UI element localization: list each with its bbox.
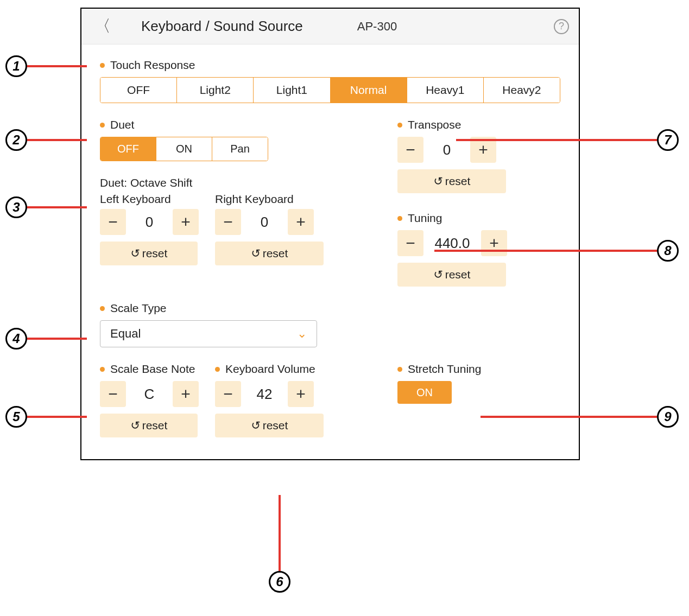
right-keyboard-value: 0 xyxy=(245,214,283,231)
callout-9: 9 xyxy=(481,406,679,428)
callout-5: 5 xyxy=(5,406,87,428)
plus-button[interactable]: + xyxy=(173,209,199,235)
duet-option-pan[interactable]: Pan xyxy=(212,137,268,161)
plus-button[interactable]: + xyxy=(288,209,314,235)
page-title: Keyboard / Sound Source xyxy=(141,18,303,35)
right-keyboard-label: Right Keyboard xyxy=(215,193,324,206)
reset-label: reset xyxy=(142,419,168,432)
touch-response-option-light1[interactable]: Light1 xyxy=(254,78,330,103)
reset-icon: ↻ xyxy=(433,268,443,281)
label-text: Duet xyxy=(110,118,134,131)
minus-button[interactable]: − xyxy=(397,230,423,256)
touch-response-option-off[interactable]: OFF xyxy=(100,78,177,103)
minus-button[interactable]: − xyxy=(397,137,423,163)
reset-icon: ↻ xyxy=(433,175,443,188)
callout-number: 6 xyxy=(269,571,290,593)
reset-button[interactable]: ↻ reset xyxy=(100,414,198,437)
stretch-tuning-section: Stretch Tuning ON xyxy=(397,363,560,404)
right-keyboard-block: Right Keyboard − 0 + ↻ reset xyxy=(215,193,324,265)
callout-8: 8 xyxy=(434,240,679,262)
duet-label: Duet xyxy=(100,118,365,131)
callout-number: 3 xyxy=(5,196,27,218)
minus-button[interactable]: − xyxy=(100,209,126,235)
dropdown-value: Equal xyxy=(110,327,141,341)
scale-type-dropdown[interactable]: Equal ⌄ xyxy=(100,320,317,347)
toggle-value: ON xyxy=(416,386,433,399)
scale-type-section: Scale Type Equal ⌄ xyxy=(100,302,560,347)
stretch-tuning-label: Stretch Tuning xyxy=(397,363,560,376)
bullet-icon xyxy=(100,123,105,128)
duet-option-on[interactable]: ON xyxy=(156,137,212,161)
plus-button[interactable]: + xyxy=(173,381,199,407)
reset-label: reset xyxy=(263,247,288,260)
left-keyboard-value: 0 xyxy=(130,214,168,231)
callout-number: 7 xyxy=(657,129,679,151)
callout-1: 1 xyxy=(5,55,87,77)
scale-base-note-label: Scale Base Note xyxy=(100,363,199,376)
tuning-label: Tuning xyxy=(397,212,560,225)
bullet-icon xyxy=(397,216,402,221)
touch-response-option-light2[interactable]: Light2 xyxy=(177,78,254,103)
reset-label: reset xyxy=(142,247,168,260)
touch-response-option-heavy1[interactable]: Heavy1 xyxy=(407,78,484,103)
left-keyboard-block: Left Keyboard − 0 + ↻ reset xyxy=(100,193,199,265)
label-text: Scale Base Note xyxy=(110,363,195,376)
callout-4: 4 xyxy=(5,328,87,350)
reset-button[interactable]: ↻ reset xyxy=(397,263,506,287)
keyboard-volume-section: Keyboard Volume − 42 + ↻ reset xyxy=(215,363,324,437)
help-button[interactable]: ? xyxy=(554,19,569,34)
label-text: Stretch Tuning xyxy=(408,363,481,376)
scale-base-note-stepper: − C + xyxy=(100,381,199,407)
reset-label: reset xyxy=(445,175,471,188)
touch-response-label: Touch Response xyxy=(100,59,560,72)
label-text: Transpose xyxy=(408,118,461,131)
reset-button[interactable]: ↻ reset xyxy=(100,242,198,265)
reset-icon: ↻ xyxy=(130,419,140,432)
callout-number: 5 xyxy=(5,406,27,428)
duet-segmented: OFFONPan xyxy=(100,137,268,161)
left-keyboard-stepper: − 0 + xyxy=(100,209,199,235)
app-window: 〈 Keyboard / Sound Source AP-300 ? Touch… xyxy=(80,8,580,460)
touch-response-option-normal[interactable]: Normal xyxy=(331,78,407,103)
reset-button[interactable]: ↻ reset xyxy=(215,242,324,265)
bullet-icon xyxy=(100,306,105,311)
callout-number: 2 xyxy=(5,129,27,151)
minus-button[interactable]: − xyxy=(215,381,241,407)
touch-response-segmented: OFFLight2Light1NormalHeavy1Heavy2 xyxy=(100,77,560,103)
keyboard-volume-value: 42 xyxy=(245,386,283,403)
label-text: Touch Response xyxy=(110,59,195,72)
label-text: Keyboard Volume xyxy=(225,363,315,376)
plus-button[interactable]: + xyxy=(288,381,314,407)
chevron-down-icon: ⌄ xyxy=(297,327,307,341)
scale-base-note-value: C xyxy=(130,386,168,403)
callout-7: 7 xyxy=(456,129,679,151)
duet-option-off[interactable]: OFF xyxy=(100,137,156,161)
reset-label: reset xyxy=(263,419,288,432)
minus-button[interactable]: − xyxy=(215,209,241,235)
bullet-icon xyxy=(397,123,402,128)
reset-icon: ↻ xyxy=(251,247,261,260)
reset-icon: ↻ xyxy=(251,419,261,432)
bullet-icon xyxy=(215,367,220,372)
back-button[interactable]: 〈 xyxy=(91,13,114,40)
callout-3: 3 xyxy=(5,196,87,218)
label-text: Scale Type xyxy=(110,302,167,315)
keyboard-volume-label: Keyboard Volume xyxy=(215,363,324,376)
bullet-icon xyxy=(100,367,105,372)
header-bar: 〈 Keyboard / Sound Source AP-300 ? xyxy=(81,9,579,45)
touch-response-section: Touch Response OFFLight2Light1NormalHeav… xyxy=(100,59,560,103)
reset-label: reset xyxy=(445,268,471,281)
label-text: Tuning xyxy=(408,212,442,225)
minus-button[interactable]: − xyxy=(100,381,126,407)
bullet-icon xyxy=(100,63,105,68)
callout-number: 8 xyxy=(657,240,679,262)
stretch-tuning-toggle[interactable]: ON xyxy=(397,381,452,404)
scale-type-label: Scale Type xyxy=(100,302,560,315)
callout-number: 4 xyxy=(5,328,27,350)
duet-section: Duet OFFONPan xyxy=(100,118,365,161)
reset-button[interactable]: ↻ reset xyxy=(215,414,324,437)
reset-button[interactable]: ↻ reset xyxy=(397,169,506,193)
touch-response-option-heavy2[interactable]: Heavy2 xyxy=(484,78,560,103)
right-keyboard-stepper: − 0 + xyxy=(215,209,324,235)
keyboard-volume-stepper: − 42 + xyxy=(215,381,324,407)
